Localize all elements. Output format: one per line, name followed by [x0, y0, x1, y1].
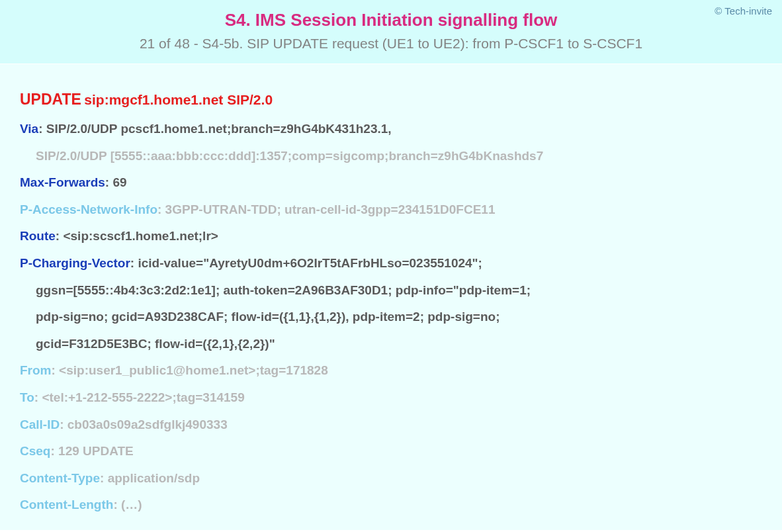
- p-access-network-info-name: P-Access-Network-Info: [20, 202, 157, 216]
- max-forwards-header: Max-Forwards: 69: [20, 174, 762, 192]
- max-forwards-name: Max-Forwards: [20, 175, 105, 189]
- route-name: Route: [20, 229, 56, 243]
- via-header: Via: SIP/2.0/UDP pcscf1.home1.net;branch…: [20, 120, 762, 138]
- page-subtitle: 21 of 48 - S4-5b. SIP UPDATE request (UE…: [13, 36, 769, 52]
- copyright-text: © Tech-invite: [715, 5, 772, 17]
- header-section: © Tech-invite S4. IMS Session Initiation…: [0, 0, 782, 64]
- content-type-header: Content-Type: application/sdp: [20, 470, 762, 488]
- route-header: Route: <sip:scscf1.home1.net;lr>: [20, 228, 762, 245]
- via-continuation: SIP/2.0/UDP [5555::aaa:bbb:ccc:ddd]:1357…: [20, 148, 762, 165]
- p-access-network-info-value: 3GPP-UTRAN-TDD; utran-cell-id-3gpp=23415…: [165, 202, 496, 216]
- content-length-header: Content-Length: (…): [20, 496, 762, 514]
- p-charging-vector-value-3: pdp-sig=no; gcid=A93D238CAF; flow-id=({1…: [36, 310, 500, 324]
- from-header: From: <sip:user1_public1@home1.net>;tag=…: [20, 362, 762, 380]
- p-charging-vector-header: P-Charging-Vector: icid-value="AyretyU0d…: [20, 255, 762, 273]
- content-type-name: Content-Type: [20, 471, 100, 485]
- via-header-value-1: SIP/2.0/UDP pcscf1.home1.net;branch=z9hG…: [46, 122, 392, 136]
- request-uri: sip:mgcf1.home1.net SIP/2.0: [84, 92, 273, 107]
- sip-message-content: UPDATE sip:mgcf1.home1.net SIP/2.0 Via: …: [0, 64, 782, 530]
- to-value: <tel:+1-212-555-2222>;tag=314159: [42, 390, 244, 404]
- p-charging-vector-name: P-Charging-Vector: [20, 256, 130, 270]
- p-charging-vector-value-2: ggsn=[5555::4b4:3c3:2d2:1e1]; auth-token…: [36, 283, 531, 297]
- to-header: To: <tel:+1-212-555-2222>;tag=314159: [20, 389, 762, 407]
- max-forwards-value: 69: [112, 175, 126, 189]
- to-name: To: [20, 390, 34, 404]
- call-id-name: Call-ID: [20, 418, 60, 431]
- content-type-value: application/sdp: [108, 471, 200, 485]
- p-access-network-info-header: P-Access-Network-Info: 3GPP-UTRAN-TDD; u…: [20, 201, 762, 219]
- cseq-name: Cseq: [20, 444, 50, 458]
- cseq-header: Cseq: 129 UPDATE: [20, 443, 762, 461]
- p-charging-vector-cont-2: pdp-sig=no; gcid=A93D238CAF; flow-id=({1…: [20, 308, 762, 326]
- call-id-header: Call-ID: cb03a0s09a2sdfglkj490333: [20, 416, 762, 434]
- via-header-value-2: SIP/2.0/UDP [5555::aaa:bbb:ccc:ddd]:1357…: [36, 149, 543, 163]
- content-length-value: (…): [121, 498, 142, 511]
- p-charging-vector-cont-3: gcid=F312D5E3BC; flow-id=({2,1},{2,2})": [20, 335, 762, 353]
- p-charging-vector-value-4: gcid=F312D5E3BC; flow-id=({2,1},{2,2})": [36, 337, 275, 351]
- call-id-value: cb03a0s09a2sdfglkj490333: [67, 418, 228, 431]
- sip-method: UPDATE: [20, 91, 81, 108]
- p-charging-vector-value-1: icid-value="AyretyU0dm+6O2IrT5tAFrbHLso=…: [138, 256, 482, 270]
- cseq-value: 129 UPDATE: [58, 444, 134, 458]
- content-length-name: Content-Length: [20, 498, 113, 511]
- from-value: <sip:user1_public1@home1.net>;tag=171828: [59, 363, 328, 377]
- route-value: <sip:scscf1.home1.net;lr>: [63, 229, 218, 243]
- request-line: UPDATE sip:mgcf1.home1.net SIP/2.0: [20, 91, 762, 109]
- from-name: From: [20, 363, 52, 377]
- via-header-name: Via: [20, 122, 38, 136]
- page-title: S4. IMS Session Initiation signalling fl…: [13, 10, 769, 30]
- p-charging-vector-cont-1: ggsn=[5555::4b4:3c3:2d2:1e1]; auth-token…: [20, 282, 762, 300]
